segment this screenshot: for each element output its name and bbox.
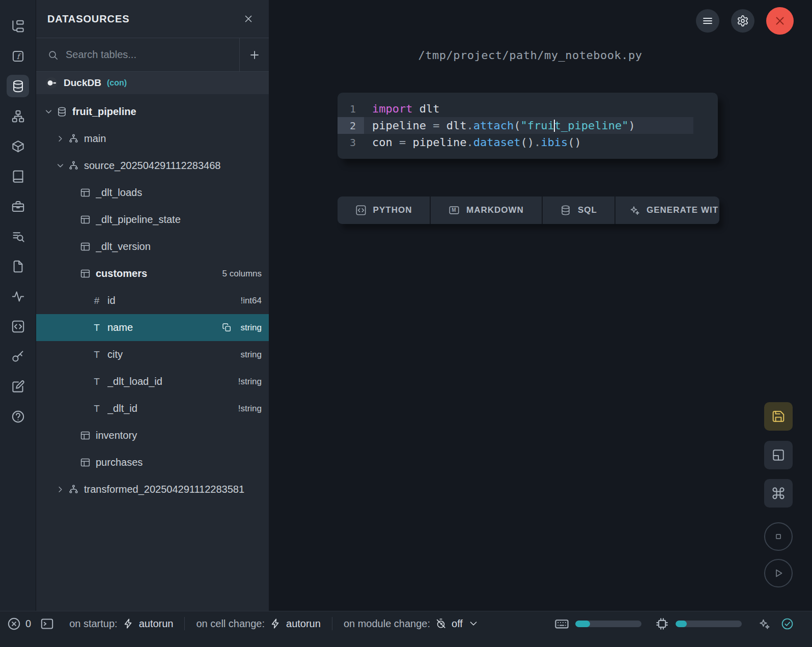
rail-item-logs[interactable] — [7, 225, 29, 247]
rail-item-datasources[interactable] — [7, 75, 29, 97]
check-button[interactable] — [778, 615, 796, 632]
sparkles-button[interactable] — [755, 615, 772, 632]
chip-meter[interactable] — [676, 621, 742, 627]
status-on-module-change[interactable]: on module change:off — [344, 618, 479, 630]
tree-row-main[interactable]: main — [36, 125, 269, 152]
tree-row-_dlt_loads[interactable]: _dlt_loads — [36, 179, 269, 206]
chevron-right-icon[interactable] — [54, 484, 66, 496]
stop-button[interactable] — [764, 522, 793, 551]
add-wrap — [239, 38, 269, 71]
status-label: on module change: — [344, 618, 430, 630]
tree-row-purchases[interactable]: purchases — [36, 449, 269, 476]
rail-item-file[interactable] — [7, 255, 29, 277]
tree-right-meta: !int64 — [240, 296, 262, 306]
divider — [332, 617, 332, 630]
tree-row-transformed_202504291112283581[interactable]: transformed_202504291112283581 — [36, 476, 269, 503]
lightning-icon — [270, 618, 281, 629]
chevron-spacer — [77, 349, 90, 361]
plus-icon — [248, 49, 261, 61]
line-number: 3 — [338, 134, 364, 151]
panel-title: DATASOURCES — [47, 13, 129, 25]
menu-button[interactable] — [696, 9, 719, 33]
add-cell-generate-wit-button[interactable]: GENERATE WIT — [615, 196, 719, 224]
code-icon — [355, 205, 367, 216]
tree-right-meta: !string — [238, 404, 262, 414]
help-icon — [11, 410, 25, 424]
menu-icon — [702, 15, 714, 27]
text-icon: T — [91, 322, 103, 334]
markdown-icon: M — [449, 205, 460, 216]
copy-icon[interactable] — [222, 323, 232, 332]
rail-item-secrets[interactable] — [7, 345, 29, 368]
connection-row[interactable]: DuckDB (con) — [36, 72, 269, 94]
code-line-2[interactable]: 2pipeline = dlt.attach("fruit_pipeline") — [338, 117, 718, 134]
tree-row-_dlt_version[interactable]: _dlt_version — [36, 233, 269, 260]
tree-label: _dlt_loads — [96, 187, 262, 199]
terminal-button[interactable] — [31, 617, 54, 631]
tree-row-fruit_pipeline[interactable]: fruit_pipeline — [36, 98, 269, 125]
tree-row-city[interactable]: Tcitystring — [36, 341, 269, 368]
rail-item-file-explorer[interactable] — [7, 15, 29, 37]
rail-item-dependencies[interactable] — [7, 105, 29, 127]
tree-row-_dlt_id[interactable]: T_dlt_id!string — [36, 395, 269, 422]
rail-item-snippets[interactable] — [7, 315, 29, 337]
table-icon — [79, 187, 91, 199]
rail-item-variables[interactable]: f — [7, 45, 29, 67]
table-icon — [79, 457, 91, 469]
text-icon: T — [91, 349, 103, 361]
chevron-right-icon[interactable] — [54, 133, 66, 145]
chip-icon — [655, 616, 669, 631]
search-input[interactable] — [66, 49, 234, 61]
close-panel-button[interactable] — [239, 10, 258, 28]
shutdown-button[interactable] — [766, 7, 794, 35]
status-on-startup[interactable]: on startup:autorun — [69, 618, 173, 630]
keyboard-shortcuts-button[interactable] — [764, 479, 793, 508]
cell-btn-label: PYTHON — [373, 205, 412, 215]
secrets-icon — [11, 350, 25, 363]
rail-item-tracing[interactable] — [7, 285, 29, 307]
schema-icon — [67, 160, 79, 172]
rail-item-scratchpad[interactable] — [7, 375, 29, 398]
logs-icon — [11, 230, 25, 243]
meter-fill — [575, 621, 590, 627]
status-value: autorun — [286, 618, 321, 630]
add-cell-sql-button[interactable]: SQL — [543, 196, 614, 224]
rail-item-toolbox[interactable] — [7, 195, 29, 217]
divider — [184, 617, 185, 630]
tree-row-customers[interactable]: customers5 columns — [36, 260, 269, 287]
rail-item-documentation[interactable] — [7, 165, 29, 187]
chevron-down-icon[interactable] — [42, 106, 54, 118]
layout-button[interactable] — [764, 441, 793, 469]
add-cell-python-button[interactable]: PYTHON — [338, 196, 430, 224]
tree-right-meta: string — [240, 323, 262, 333]
error-count-button[interactable]: 0 — [7, 617, 31, 631]
add-datasource-button[interactable] — [245, 46, 264, 64]
tree-row-_dlt_load_id[interactable]: T_dlt_load_id!string — [36, 368, 269, 395]
svg-text:f: f — [16, 51, 21, 60]
status-value: autorun — [139, 618, 174, 630]
rail-item-help[interactable] — [7, 405, 29, 428]
terminal-icon — [40, 617, 54, 631]
save-button[interactable] — [764, 402, 793, 431]
tree-row-_dlt_pipeline_state[interactable]: _dlt_pipeline_state — [36, 206, 269, 233]
tree-row-id[interactable]: #id!int64 — [36, 287, 269, 314]
code-line-3[interactable]: 3con = pipeline.dataset().ibis() — [338, 134, 718, 151]
timer-off-icon — [435, 618, 446, 629]
code-line-1[interactable]: 1import dlt — [338, 100, 718, 117]
run-button[interactable] — [764, 559, 793, 587]
keyboard-meter[interactable] — [575, 621, 641, 627]
top-actions — [696, 7, 794, 35]
code-cell[interactable]: 1import dlt2pipeline = dlt.attach("fruit… — [338, 93, 718, 159]
close-icon — [773, 14, 787, 27]
status-on-cell-change[interactable]: on cell change:autorun — [196, 618, 320, 630]
rail-item-packages[interactable] — [7, 135, 29, 157]
tree-label: id — [107, 295, 236, 306]
add-cell-markdown-button[interactable]: MMARKDOWN — [431, 196, 542, 224]
chevron-spacer — [66, 214, 78, 226]
sparkles-icon — [629, 205, 640, 216]
settings-button[interactable] — [731, 9, 754, 33]
chevron-down-icon[interactable] — [54, 160, 66, 172]
tree-row-inventory[interactable]: inventory — [36, 422, 269, 449]
tree-row-source_202504291112283468[interactable]: source_202504291112283468 — [36, 152, 269, 179]
tree-row-name[interactable]: Tnamestring — [36, 314, 269, 341]
